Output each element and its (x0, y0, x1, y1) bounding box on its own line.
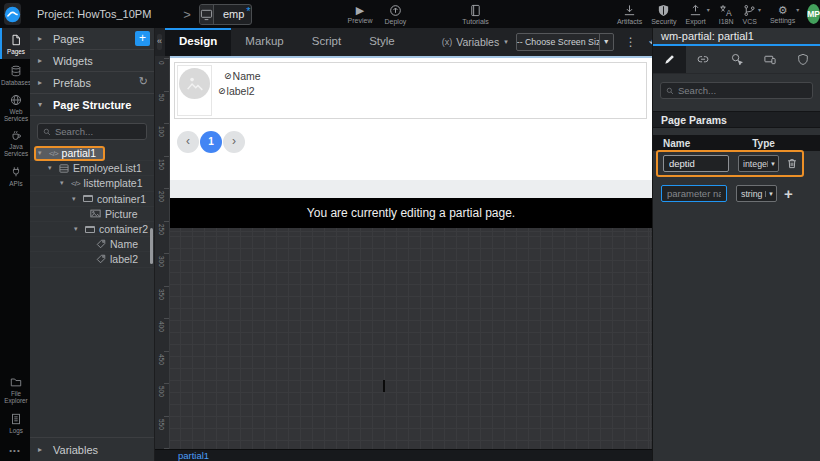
section-header-page-structure[interactable]: ▾ Page Structure (30, 94, 154, 116)
list-icon (59, 164, 69, 173)
tab-markup[interactable]: Markup (231, 28, 297, 56)
tree-item-picture[interactable]: Picture (30, 207, 154, 222)
tab-security[interactable] (787, 46, 820, 73)
screen-icon (200, 5, 214, 24)
tree-item-label2[interactable]: label2 (30, 252, 154, 267)
new-param-name-input[interactable] (661, 185, 727, 202)
add-page-button[interactable]: + (135, 31, 150, 46)
label-tag-icon (96, 254, 106, 264)
selected-highlight: ▾ </> partial1 (34, 146, 105, 161)
tab-inspect[interactable] (720, 46, 753, 73)
pagination-current-page[interactable]: 1 (200, 131, 222, 153)
caret-down-icon[interactable]: ▾ (48, 164, 59, 172)
canvas-gray-strip (170, 180, 652, 198)
tab-properties[interactable] (653, 46, 686, 73)
link-icon (696, 53, 710, 66)
param-name-input[interactable] (663, 155, 729, 172)
open-file-tab[interactable]: emp* (199, 4, 252, 25)
pagination-prev-button[interactable]: ‹ (177, 131, 199, 153)
deploy-button[interactable]: Deploy (384, 0, 406, 28)
tab-devices[interactable] (753, 46, 786, 73)
properties-search[interactable] (660, 82, 813, 99)
ruler-tick-label: 100 (158, 126, 165, 137)
java-cup-icon (10, 129, 22, 141)
chevron-down-icon: ▾ (758, 6, 761, 13)
sidebar-item-file-explorer[interactable]: File Explorer (0, 372, 30, 407)
caret-down-icon[interactable]: ▾ (72, 195, 83, 203)
device-icon (763, 53, 777, 66)
pages-icon (10, 34, 22, 46)
tree-item-partial1[interactable]: ▾ </> partial1 (30, 146, 154, 161)
tree-item-employeelist1[interactable]: ▾ EmployeeList1 (30, 161, 154, 176)
file-tab-label: emp* (214, 5, 252, 24)
security-button[interactable]: Security (651, 0, 676, 28)
page-params-section-title: Page Params (653, 111, 820, 128)
shield-icon (657, 4, 670, 17)
caret-down-icon[interactable]: ▾ (60, 179, 71, 187)
variables-dropdown[interactable]: (x) Variables ▾ (442, 36, 508, 48)
section-header-pages[interactable]: ▸ Pages + (30, 28, 154, 50)
sidebar-item-logs[interactable]: Logs (0, 407, 30, 438)
delete-param-button[interactable] (786, 157, 798, 170)
ruler-tick-label: 200 (158, 191, 165, 202)
left-panel-scrollbar[interactable] (150, 228, 153, 264)
preview-button[interactable]: ▶ Preview (348, 0, 373, 28)
chevron-down-icon: ▾ (796, 6, 799, 13)
search-input[interactable] (55, 126, 141, 137)
add-param-button[interactable]: + (784, 187, 793, 201)
section-header-variables[interactable]: ▸ Variables (30, 437, 154, 461)
design-canvas[interactable]: ⊘ Name ⊘ label2 ‹ 1 › You are currently … (170, 56, 652, 449)
pagination-next-button[interactable]: › (223, 131, 245, 153)
canvas-grid[interactable] (170, 228, 652, 449)
ruler-tick-label: 150 (158, 159, 165, 170)
tab-styles[interactable] (686, 46, 719, 73)
sidebar-item-databases[interactable]: Databases (0, 59, 30, 90)
sidebar-item-web-services[interactable]: Web Services (0, 90, 30, 125)
label2-widget[interactable]: ⊘ label2 (218, 85, 255, 97)
caret-down-icon[interactable]: ▾ (74, 225, 85, 233)
tab-style[interactable]: Style (355, 28, 409, 56)
collapse-left-panel-button[interactable]: « (157, 34, 162, 50)
tree-item-name[interactable]: Name (30, 237, 154, 252)
artifacts-button[interactable]: Artifacts (617, 0, 642, 28)
sidebar-item-pages[interactable]: Pages (0, 28, 30, 59)
list-widget[interactable]: ⊘ Name ⊘ label2 (174, 62, 647, 119)
export-button[interactable]: Export ▾ (685, 0, 709, 28)
name-label-widget[interactable]: ⊘ Name (224, 70, 261, 82)
ruler-tick-label: 50 (158, 94, 165, 101)
user-avatar[interactable]: MP (807, 4, 820, 24)
page-structure-search[interactable] (37, 123, 147, 140)
sidebar-overflow-button[interactable]: ••• (0, 438, 30, 461)
more-options-button[interactable]: ⋮ (625, 36, 637, 49)
partial-content-region[interactable]: ⊘ Name ⊘ label2 ‹ 1 › (170, 56, 652, 180)
section-header-prefabs[interactable]: ▸ Prefabs ↻ (30, 72, 154, 94)
column-name: Name (663, 138, 690, 149)
i18n-button[interactable]: A I18N (719, 0, 734, 28)
caret-down-icon[interactable]: ▾ (38, 149, 49, 157)
tab-design[interactable]: Design (165, 28, 231, 56)
picture-widget[interactable] (177, 65, 212, 116)
properties-panel-title: wm-partial: partial1 (653, 28, 820, 46)
tutorials-button[interactable]: Tutorials (462, 0, 489, 28)
screen-size-select[interactable]: -- Choose Screen Size -- ▼ (516, 33, 614, 51)
param-row-deptid: intege ▼ (656, 150, 804, 177)
tree-item-container1[interactable]: ▾ container1 (30, 192, 154, 207)
sidebar-item-java-services[interactable]: Java Services (0, 125, 30, 160)
tab-script[interactable]: Script (298, 28, 355, 56)
translate-icon: A (719, 4, 733, 17)
chevron-down-icon: ▾ (504, 38, 508, 46)
vcs-button[interactable]: VCS ▾ (743, 0, 761, 28)
section-header-widgets[interactable]: ▸ Widgets (30, 50, 154, 72)
search-input[interactable] (678, 85, 807, 96)
wavemaker-logo[interactable] (4, 3, 21, 25)
sidebar-item-apis[interactable]: APIs (0, 160, 30, 191)
param-type-select[interactable]: intege ▼ (738, 155, 779, 172)
settings-button[interactable]: ⚙ Settings ▾ (770, 0, 799, 28)
left-panel: ▸ Pages + ▸ Widgets ▸ Prefabs ↻ ▾ Page S… (30, 28, 155, 461)
new-param-type-select[interactable]: string ▼ (736, 185, 777, 202)
tree-item-listtemplate1[interactable]: ▾ </> listtemplate1 (30, 176, 154, 191)
refresh-icon[interactable]: ↻ (139, 75, 148, 88)
globe-icon (10, 94, 22, 106)
tree-item-container2[interactable]: ▾ container2 (30, 222, 154, 237)
breadcrumb-partial1[interactable]: partial1 (178, 450, 209, 461)
